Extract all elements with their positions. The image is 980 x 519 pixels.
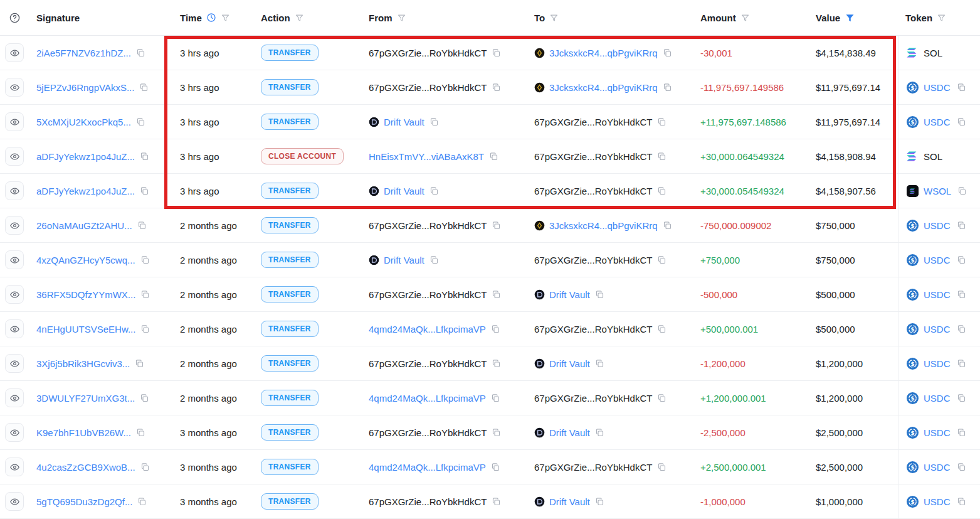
copy-icon[interactable]	[140, 186, 149, 196]
copy-icon[interactable]	[139, 83, 149, 92]
signature-link[interactable]: 26oNaMAuGZt2AHU...	[36, 220, 132, 231]
preview-button[interactable]	[5, 250, 24, 269]
copy-icon[interactable]	[957, 359, 966, 368]
from-address[interactable]: 4qmd24MaQk...LfkpcimaVP	[369, 324, 486, 334]
to-address[interactable]: Drift Vault	[549, 427, 590, 438]
copy-icon[interactable]	[136, 428, 145, 437]
copy-icon[interactable]	[663, 221, 672, 230]
token-symbol[interactable]: USDC	[924, 496, 951, 507]
preview-button[interactable]	[5, 354, 24, 373]
preview-button[interactable]	[5, 78, 24, 97]
copy-icon[interactable]	[429, 255, 439, 265]
copy-icon[interactable]	[492, 359, 501, 368]
token-symbol[interactable]: USDC	[924, 393, 951, 404]
signature-link[interactable]: 36RFX5DQfzYYmWX...	[36, 289, 135, 300]
copy-icon[interactable]	[137, 221, 147, 230]
signature-link[interactable]: 3DWULYF27UmXG3t...	[36, 393, 135, 404]
preview-button[interactable]	[5, 492, 24, 511]
copy-icon[interactable]	[140, 463, 150, 472]
from-address[interactable]: Drift Vault	[384, 255, 424, 265]
token-symbol[interactable]: USDC	[924, 358, 951, 369]
token-symbol[interactable]: WSOL	[924, 186, 951, 196]
token-symbol[interactable]: USDC	[924, 462, 951, 473]
copy-icon[interactable]	[957, 393, 966, 403]
copy-icon[interactable]	[429, 117, 439, 127]
copy-icon[interactable]	[957, 290, 966, 299]
copy-icon[interactable]	[657, 393, 667, 403]
copy-icon[interactable]	[957, 497, 966, 506]
preview-button[interactable]	[5, 457, 24, 476]
from-address[interactable]: Drift Vault	[384, 117, 424, 127]
signature-link[interactable]: 5gTQ695Du3zDg2Qf...	[36, 496, 132, 507]
copy-icon[interactable]	[492, 48, 501, 58]
token-symbol[interactable]: USDC	[924, 324, 951, 334]
preview-button[interactable]	[5, 423, 24, 442]
from-address[interactable]: 4qmd24MaQk...LfkpcimaVP	[369, 393, 486, 404]
copy-icon[interactable]	[657, 152, 667, 161]
copy-icon[interactable]	[136, 117, 145, 127]
copy-icon[interactable]	[140, 290, 150, 299]
signature-link[interactable]: 3Xj6j5bRik3HGcviv3...	[36, 358, 130, 369]
copy-icon[interactable]	[657, 463, 667, 472]
copy-icon[interactable]	[491, 463, 500, 472]
copy-icon[interactable]	[491, 324, 500, 334]
copy-icon[interactable]	[595, 290, 604, 299]
copy-icon[interactable]	[957, 221, 966, 230]
filter-icon-from[interactable]	[397, 13, 406, 23]
copy-icon[interactable]	[489, 152, 498, 161]
filter-icon-time[interactable]	[221, 13, 230, 23]
copy-icon[interactable]	[136, 48, 145, 58]
copy-icon[interactable]	[957, 186, 967, 196]
copy-icon[interactable]	[657, 186, 667, 196]
copy-icon[interactable]	[957, 463, 966, 472]
copy-icon[interactable]	[140, 255, 150, 265]
token-symbol[interactable]: USDC	[924, 289, 951, 300]
preview-button[interactable]	[5, 388, 24, 407]
copy-icon[interactable]	[140, 393, 149, 403]
copy-icon[interactable]	[492, 497, 501, 506]
filter-icon-action[interactable]	[295, 13, 304, 23]
copy-icon[interactable]	[595, 359, 604, 368]
copy-icon[interactable]	[657, 255, 667, 265]
to-address[interactable]: Drift Vault	[549, 496, 590, 507]
copy-icon[interactable]	[595, 428, 604, 437]
copy-icon[interactable]	[492, 290, 501, 299]
clock-icon[interactable]	[206, 13, 216, 23]
from-address[interactable]: HnEisxTmVY...viABaAxK8T	[369, 151, 484, 162]
copy-icon[interactable]	[140, 324, 150, 334]
copy-icon[interactable]	[957, 117, 966, 127]
to-address[interactable]: Drift Vault	[549, 358, 590, 369]
copy-icon[interactable]	[137, 497, 147, 506]
copy-icon[interactable]	[657, 324, 667, 334]
signature-link[interactable]: 4xzQAnGZHcyY5cwq...	[36, 255, 135, 265]
copy-icon[interactable]	[492, 428, 501, 437]
copy-icon[interactable]	[491, 393, 500, 403]
copy-icon[interactable]	[957, 324, 966, 334]
filter-icon-amount[interactable]	[740, 13, 750, 23]
copy-icon[interactable]	[492, 83, 501, 92]
signature-link[interactable]: 4nEHgUUTSVSeEHw...	[36, 324, 135, 334]
signature-link[interactable]: 5XcMXjU2KxocPkq5...	[36, 117, 131, 127]
signature-link[interactable]: aDFJyYekwz1po4JuZ...	[36, 186, 135, 196]
token-symbol[interactable]: USDC	[924, 82, 951, 93]
from-address[interactable]: Drift Vault	[384, 186, 424, 196]
preview-button[interactable]	[5, 43, 24, 62]
copy-icon[interactable]	[135, 359, 144, 368]
preview-button[interactable]	[5, 147, 24, 166]
help-icon[interactable]	[9, 12, 21, 24]
copy-icon[interactable]	[957, 255, 966, 265]
filter-icon-to[interactable]	[549, 13, 559, 23]
signature-link[interactable]: K9e7bhF1UbVB26W...	[36, 427, 131, 438]
preview-button[interactable]	[5, 112, 24, 131]
signature-link[interactable]: 4u2casZzGCB9XwoB...	[36, 462, 135, 473]
preview-button[interactable]	[5, 285, 24, 304]
to-address[interactable]: 3JcksxkcR4...qbPgviKRrq	[549, 220, 658, 231]
copy-icon[interactable]	[595, 497, 604, 506]
token-symbol[interactable]: USDC	[924, 427, 951, 438]
copy-icon[interactable]	[492, 221, 501, 230]
token-symbol[interactable]: USDC	[924, 117, 951, 127]
filter-icon-token[interactable]	[937, 13, 946, 23]
signature-link[interactable]: aDFJyYekwz1po4JuZ...	[36, 151, 135, 162]
signature-link[interactable]: 5jEPZvJ6RngpVAkxS...	[36, 82, 134, 93]
preview-button[interactable]	[5, 181, 24, 200]
